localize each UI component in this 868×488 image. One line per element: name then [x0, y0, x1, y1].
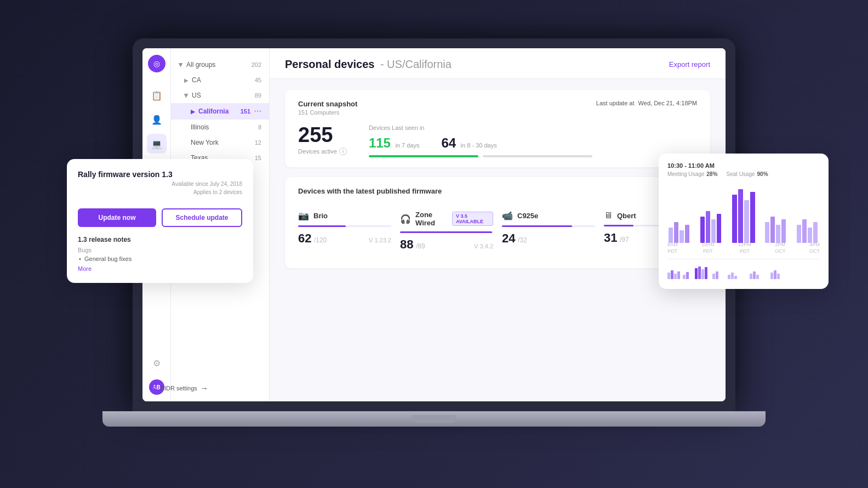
nav-item-us[interactable]: ▶ US 89 — [171, 88, 269, 103]
nav-item-all-groups[interactable]: ▶ All groups 202 — [171, 57, 269, 72]
devices-active-info[interactable]: i — [339, 147, 347, 155]
progress-bars — [369, 155, 697, 157]
svg-rect-10 — [744, 200, 749, 243]
app-logo[interactable] — [148, 55, 165, 72]
svg-rect-38 — [770, 273, 773, 279]
seen-8-30-label: in 8 - 30 days — [461, 142, 497, 149]
nav-label-all-groups: All groups — [186, 61, 215, 69]
chart-time-label: 10:30 - 11:00 AM — [667, 162, 820, 169]
firmware-section: Devices with the latest published firmwa… — [285, 177, 710, 268]
svg-rect-36 — [753, 271, 756, 279]
svg-rect-23 — [677, 271, 680, 279]
brio-total: /120 — [314, 236, 327, 244]
seen-8-30-count: 64 — [441, 135, 456, 150]
export-report-link[interactable]: Export report — [669, 60, 710, 69]
svg-rect-39 — [774, 270, 776, 279]
c925e-total: /32 — [518, 236, 527, 244]
popup-applies: Applies to 2 devices — [193, 189, 242, 195]
main-body: Current snapshot 151 Computers Last upda… — [270, 79, 726, 279]
nav-item-california[interactable]: ▶ California 151 ⋯ — [171, 103, 269, 120]
cidr-arrow-icon[interactable]: → — [201, 384, 208, 393]
nav-item-illinois[interactable]: Illinois 8 — [171, 120, 269, 135]
svg-rect-17 — [802, 219, 807, 243]
seen-metrics: 115 in 7 days 64 in 8 - 30 days — [369, 135, 697, 151]
release-notes-title: 1.3 release notes — [78, 236, 242, 243]
svg-rect-8 — [732, 195, 737, 243]
firmware-card-zone-wired: 🎧 Zone Wired V 3.5 AVAILABLE — [400, 204, 493, 258]
seen-7days-block: 115 in 7 days — [369, 135, 420, 151]
x-label-3b: PDT — [738, 248, 751, 255]
svg-rect-22 — [674, 274, 677, 279]
brio-count-row: 62 /120 V 1.23.2 — [298, 231, 391, 246]
c925e-count-row: 24 /32 — [502, 231, 595, 246]
svg-rect-21 — [671, 270, 673, 279]
qbert-icon: 🖥 — [604, 211, 613, 220]
arrow-all-groups: ▶ — [178, 63, 184, 67]
c925e-count: 24 — [502, 231, 515, 245]
meeting-usage-legend: Meeting Usage 28% — [667, 171, 717, 177]
sidebar-icon-devices[interactable]: 💻 — [147, 134, 167, 154]
seat-usage-label: Seat Usage — [726, 171, 755, 177]
bugs-section-label: Bugs — [78, 247, 242, 253]
more-link[interactable]: More — [78, 265, 242, 272]
page-title: Personal devices — [285, 58, 374, 70]
chart-popup: 10:30 - 11:00 AM Meeting Usage 28% Seat … — [659, 154, 829, 289]
page-title-row: Personal devices - US/California — [285, 58, 452, 71]
nav-count-ca: 45 — [255, 77, 261, 83]
svg-rect-31 — [716, 271, 718, 279]
popup-available: Available since July 24, 2018 — [172, 181, 242, 187]
nav-item-ca[interactable]: ▶ CA 45 — [171, 72, 269, 88]
california-more-icon[interactable]: ⋯ — [254, 107, 261, 116]
meeting-usage-label: Meeting Usage — [667, 171, 704, 177]
svg-rect-6 — [711, 219, 716, 243]
devices-active-label: Devices active i — [298, 147, 347, 155]
qbert-name: Qbert — [617, 212, 636, 220]
svg-rect-19 — [813, 222, 818, 243]
svg-rect-0 — [669, 228, 673, 243]
laptop-base — [102, 411, 766, 427]
svg-rect-7 — [717, 214, 721, 243]
nav-count-newyork: 12 — [255, 139, 261, 146]
svg-rect-20 — [667, 273, 670, 279]
fw-header-brio: 📷 Brio — [298, 211, 391, 221]
bug-item: General bug fixes — [78, 256, 242, 262]
progress-bar-gray — [483, 155, 592, 157]
sidebar-icon-user[interactable]: 👤 — [147, 110, 167, 129]
svg-rect-1 — [674, 222, 678, 243]
svg-rect-5 — [706, 211, 710, 243]
svg-rect-32 — [728, 275, 730, 279]
nav-item-newyork[interactable]: New York 12 — [171, 135, 269, 150]
chart-legend: Meeting Usage 28% Seat Usage 90% — [667, 171, 820, 177]
snapshot-title: Current snapshot — [298, 100, 357, 108]
svg-rect-35 — [750, 274, 752, 279]
svg-rect-4 — [700, 217, 705, 243]
svg-rect-40 — [777, 274, 780, 279]
brio-progress — [298, 225, 391, 227]
schedule-update-button[interactable]: Schedule update — [162, 208, 242, 227]
seen-8-30-block: 64 in 8 - 30 days — [441, 135, 496, 151]
update-now-button[interactable]: Update now — [78, 208, 156, 227]
qbert-count: 31 — [604, 231, 617, 245]
popup-title: Rally firmware version 1.3 — [78, 170, 242, 179]
c925e-progress-fill — [502, 225, 572, 227]
main-content: Personal devices - US/California Export … — [270, 48, 726, 401]
zone-wired-name: Zone Wired — [415, 211, 448, 227]
svg-rect-28 — [701, 269, 704, 279]
nav-count-us: 89 — [255, 92, 261, 99]
firmware-devices-grid: 📷 Brio 62 /120 — [298, 204, 697, 258]
main-header: Personal devices - US/California Export … — [270, 48, 726, 79]
page-subtitle: - US/California — [380, 58, 452, 70]
qbert-progress-fill — [604, 225, 633, 226]
last-update-label: Last update at — [596, 100, 635, 106]
svg-rect-18 — [808, 228, 812, 243]
last-update-value: Wed, Dec 21, 4:18PM — [638, 100, 697, 106]
sidebar-icon-clipboard[interactable]: 📋 — [147, 86, 167, 105]
settings-icon[interactable]: ⚙ — [147, 353, 167, 373]
svg-rect-13 — [770, 217, 775, 243]
qbert-count-block: 31 /97 — [604, 231, 629, 245]
svg-rect-3 — [685, 225, 689, 243]
brio-count-block: 62 /120 — [298, 231, 327, 246]
cidr-settings-row[interactable]: ⊞ CIDR settings → — [171, 384, 208, 393]
c925e-progress — [502, 225, 595, 227]
chart-mini-bars — [667, 259, 820, 280]
